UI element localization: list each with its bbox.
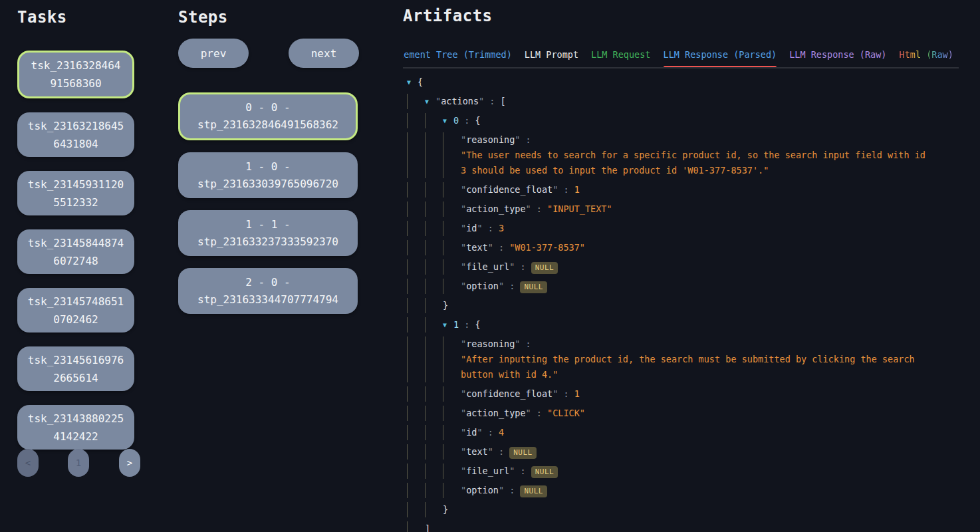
json-key: confidence_float [466, 184, 552, 195]
indent-guide [425, 279, 443, 294]
indent-guide [407, 444, 425, 460]
task-button[interactable]: tsk_231438802254142422 [17, 405, 134, 450]
indent-guide [425, 132, 443, 178]
tab-element-tree-trimmed[interactable]: Element Tree (Trimmed) [403, 49, 512, 60]
steps-title: Steps [178, 8, 359, 27]
json-row: ▼"actions" : [ [403, 94, 961, 109]
json-row: "action_type" : "INPUT_TEXT" [403, 201, 961, 217]
tab-llm-request[interactable]: LLM Request [591, 49, 650, 60]
tasks-panel: Tasks tsk_231632846491568360tsk_23163218… [17, 8, 134, 464]
json-row-content: "text" : NULL [461, 444, 961, 460]
json-tree-viewer: ▼{▼"actions" : [▼0 : {"reasoning" : "The… [403, 74, 961, 532]
json-key: id [466, 223, 477, 233]
json-row-content: "text" : "W01-377-8537" [461, 240, 961, 255]
indent-guide [407, 483, 425, 498]
json-row: "confidence_float" : 1 [403, 386, 961, 402]
json-string-value: "The user needs to search for a specific… [461, 148, 926, 178]
task-button[interactable]: tsk_231457486510702462 [17, 288, 134, 332]
indent-guide [407, 425, 425, 440]
json-row-content: "option" : NULL [461, 279, 961, 294]
json-key: actions [441, 96, 479, 106]
json-row-content: "reasoning" : "The user needs to search … [461, 132, 961, 178]
task-button[interactable]: tsk_231459311205512332 [17, 171, 134, 215]
indent-guide [443, 406, 461, 421]
tab-llm-response-parsed[interactable]: LLM Response (Parsed) [664, 49, 777, 60]
tasks-title: Tasks [17, 8, 134, 27]
json-string-value: "CLICK" [547, 408, 585, 418]
indent-guide [443, 425, 461, 440]
step-id-label: stp_231633039765096720 [197, 176, 338, 193]
artifacts-tab-bar: Element Tree (Trimmed)LLM PromptLLM Requ… [403, 49, 959, 68]
next-step-button[interactable]: next [289, 39, 359, 68]
indent-guide [425, 317, 443, 332]
tab-html-raw[interactable]: Html (Raw) [900, 49, 953, 60]
json-key: id [466, 427, 477, 438]
indent-guide [425, 336, 443, 382]
step-button[interactable]: 0 - 0 -stp_231632846491568362 [178, 92, 358, 140]
indent-guide [407, 259, 425, 275]
indent-guide [443, 386, 461, 402]
indent-guide [407, 406, 425, 421]
indent-guide [425, 464, 443, 479]
json-row: ] [403, 521, 961, 532]
indent-guide [407, 113, 425, 128]
json-string-value: "INPUT_TEXT" [547, 203, 612, 214]
indent-guide [407, 502, 425, 517]
steps-panel: Steps prev next 0 - 0 -stp_2316328464915… [178, 8, 359, 326]
json-row: ▼1 : { [403, 317, 961, 332]
collapse-arrow-icon[interactable]: ▼ [425, 94, 435, 109]
step-index-label: 1 - 1 - [245, 216, 290, 233]
pagination-prev-button[interactable]: < [17, 449, 39, 477]
json-key: confidence_float [466, 388, 552, 399]
indent-guide [407, 279, 425, 294]
json-number-value: 1 [574, 184, 580, 195]
json-row-content: "action_type" : "CLICK" [461, 406, 961, 421]
pagination-page-button[interactable]: 1 [68, 449, 89, 477]
task-button[interactable]: tsk_231456169762665614 [17, 346, 134, 391]
indent-guide [407, 221, 425, 236]
task-button[interactable]: tsk_231632846491568360 [17, 51, 134, 98]
indent-guide [443, 483, 461, 498]
artifacts-title: Artifacts [403, 7, 960, 25]
json-array-index: 0 [453, 115, 459, 126]
collapse-arrow-icon[interactable]: ▼ [443, 317, 453, 332]
prev-step-button[interactable]: prev [178, 39, 249, 68]
indent-guide [425, 201, 443, 217]
step-index-label: 1 - 0 - [245, 158, 290, 176]
tab-llm-response-raw[interactable]: LLM Response (Raw) [789, 49, 886, 60]
step-button[interactable]: 1 - 0 -stp_231633039765096720 [178, 152, 358, 198]
null-badge: NULL [531, 466, 558, 478]
null-badge: NULL [520, 281, 547, 293]
pagination-next-button[interactable]: > [119, 449, 140, 477]
json-key: text [466, 242, 488, 253]
collapse-arrow-icon[interactable]: ▼ [407, 74, 418, 90]
step-id-label: stp_231633237333592370 [197, 233, 338, 251]
json-string-value: "After inputting the product id, the sea… [461, 352, 926, 382]
step-button[interactable]: 2 - 0 -stp_231633344707774794 [178, 268, 358, 314]
indent-guide [443, 221, 461, 236]
json-row: "file_url" : NULL [403, 464, 961, 479]
indent-guide [407, 386, 425, 402]
tab-llm-prompt[interactable]: LLM Prompt [525, 49, 578, 60]
collapse-arrow-icon[interactable]: ▼ [443, 113, 453, 128]
json-key: action_type [466, 408, 525, 418]
json-row: "reasoning" : "After inputting the produ… [403, 336, 961, 382]
indent-guide [425, 406, 443, 421]
indent-guide [443, 259, 461, 275]
indent-guide [443, 132, 461, 178]
task-list: tsk_231632846491568360tsk_23163218645643… [17, 51, 134, 450]
step-button[interactable]: 1 - 1 -stp_231633237333592370 [178, 210, 358, 256]
indent-guide [407, 94, 425, 109]
null-badge: NULL [509, 447, 537, 459]
indent-guide [407, 201, 425, 217]
indent-guide [425, 221, 443, 236]
task-button[interactable]: tsk_231458448746072748 [17, 229, 134, 274]
json-key: option [466, 485, 499, 495]
indent-guide [407, 240, 425, 255]
json-array-index: 1 [453, 319, 459, 330]
task-button[interactable]: tsk_231632186456431804 [17, 112, 134, 157]
json-row: "action_type" : "CLICK" [403, 406, 961, 421]
json-row: "id" : 3 [403, 221, 961, 236]
json-number-value: 3 [499, 223, 504, 233]
json-row: "file_url" : NULL [403, 259, 961, 275]
